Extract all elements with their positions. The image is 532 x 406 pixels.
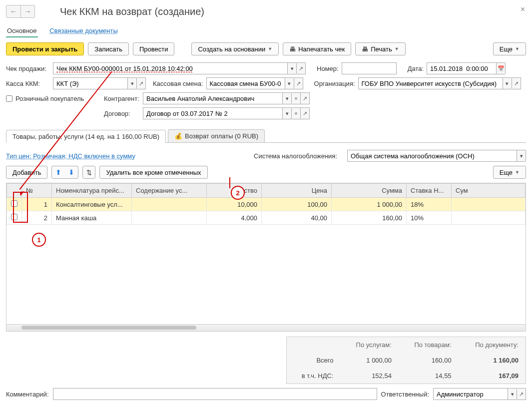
kassa-label: Касса ККМ: xyxy=(6,80,50,87)
annotation-callout-1: 1 xyxy=(32,233,46,247)
clear-icon[interactable]: × xyxy=(292,92,301,104)
nav-history[interactable]: ← → xyxy=(6,5,35,18)
horizontal-scrollbar[interactable] xyxy=(6,324,526,331)
close-icon[interactable]: × xyxy=(521,5,525,14)
calendar-icon[interactable]: 📅 xyxy=(497,62,506,74)
totals-header-services: По услугам: xyxy=(341,337,399,353)
responsible-label: Ответственный: xyxy=(381,391,429,398)
table-row[interactable]: 2 Манная каша 4,000 40,00 160,00 10% xyxy=(7,211,526,225)
dropdown-icon[interactable]: ▾ xyxy=(128,77,137,89)
sale-check-input[interactable] xyxy=(53,62,288,74)
retail-checkbox[interactable] xyxy=(6,95,12,102)
totals-box: По услугам: По товарам: По документу: Вс… xyxy=(286,337,526,384)
move-row-buttons: ⬆ ⬇ xyxy=(51,166,78,179)
printer-icon: 🖶 xyxy=(362,45,368,53)
create-based-on-button[interactable]: Создать на основании▼ xyxy=(191,42,279,55)
comment-input[interactable] xyxy=(53,388,377,400)
annotation-callout-2: 2 xyxy=(231,186,245,200)
cell-sum: 160,00 xyxy=(332,211,407,225)
print-check-button[interactable]: 🖶Напечатать чек xyxy=(283,42,351,55)
tax-system-input[interactable] xyxy=(347,150,517,162)
number-input[interactable] xyxy=(342,62,397,74)
open-icon[interactable]: ↗ xyxy=(512,77,521,89)
annotation-rect-1 xyxy=(13,192,28,223)
nav-forward-icon[interactable]: → xyxy=(20,5,34,17)
contract-input[interactable] xyxy=(143,107,283,119)
dropdown-icon[interactable]: ▾ xyxy=(285,77,294,89)
dropdown-icon[interactable]: ▾ xyxy=(517,150,526,162)
cell-price: 40,00 xyxy=(262,211,332,225)
open-icon[interactable]: ↗ xyxy=(301,107,310,119)
col-description[interactable]: Содержание ус... xyxy=(132,184,207,198)
totals-doc-total: 1 160,00 xyxy=(459,353,526,368)
sub-tab-refund[interactable]: 💰Возврат оплаты (0 RUB) xyxy=(168,129,265,142)
view-tabs: Основное Связанные документы xyxy=(0,21,532,37)
cell-vat: 18% xyxy=(407,198,452,211)
cell-sum: 1 000,00 xyxy=(332,198,407,211)
open-icon[interactable]: ↗ xyxy=(301,92,310,104)
post-and-close-button[interactable]: Провести и закрыть xyxy=(6,42,84,55)
tax-system-label: Система налогообложения: xyxy=(254,152,337,160)
annotation-arrow-2 xyxy=(229,177,230,188)
dropdown-icon[interactable]: ▾ xyxy=(288,62,297,74)
open-icon[interactable]: ↗ xyxy=(517,388,526,400)
sale-check-label: Чек продажи: xyxy=(6,65,50,72)
grid-toolbar: Добавить ⬆ ⬇ ⇅ Удалить все кроме отмечен… xyxy=(6,166,526,179)
dropdown-icon[interactable]: ▾ xyxy=(503,77,512,89)
table-row[interactable]: 1 Консалтинговые усл... 10,000 100,00 1 … xyxy=(7,198,526,211)
totals-goods-vat: 14,55 xyxy=(399,368,459,384)
delete-except-marked-button[interactable]: Удалить все кроме отмеченных xyxy=(99,166,207,179)
caret-down-icon: ▼ xyxy=(515,46,520,51)
col-sum-vat[interactable]: Сум xyxy=(452,184,526,198)
post-button[interactable]: Провести xyxy=(133,42,175,55)
move-up-icon[interactable]: ⬆ xyxy=(52,166,65,178)
totals-services-total: 1 000,00 xyxy=(341,353,399,368)
sub-tabs: Товары, работы, услуги (14 ед. на 1 160,… xyxy=(6,129,526,143)
totals-services-vat: 152,54 xyxy=(341,368,399,384)
dropdown-icon[interactable]: ▾ xyxy=(283,92,292,104)
sub-tab-goods[interactable]: Товары, работы, услуги (14 ед. на 1 160,… xyxy=(6,130,166,143)
contract-label: Договор: xyxy=(104,110,140,117)
col-nomenclature[interactable]: Номенклатура прейс... xyxy=(52,184,132,198)
cell-description xyxy=(132,198,207,211)
printer-icon: 🖶 xyxy=(289,45,296,53)
dropdown-icon[interactable]: ▾ xyxy=(283,107,292,119)
counterparty-label: Контрагент: xyxy=(104,95,140,102)
shift-label: Кассовая смена: xyxy=(153,80,203,87)
kassa-input[interactable] xyxy=(53,77,128,89)
caret-down-icon: ▼ xyxy=(515,170,520,175)
col-vat-rate[interactable]: Ставка Н... xyxy=(407,184,452,198)
responsible-input[interactable] xyxy=(433,388,508,400)
move-down-icon[interactable]: ⬇ xyxy=(65,166,78,178)
open-icon[interactable]: ↗ xyxy=(297,62,306,74)
totals-header-doc: По документу: xyxy=(459,337,526,353)
grid-more-button[interactable]: Еще▼ xyxy=(493,166,526,179)
org-input[interactable] xyxy=(358,77,503,89)
open-icon[interactable]: ↗ xyxy=(294,77,303,89)
add-row-button[interactable]: Добавить xyxy=(6,166,47,179)
save-button[interactable]: Записать xyxy=(88,42,129,55)
more-button[interactable]: Еще▼ xyxy=(493,42,526,55)
col-sum[interactable]: Сумма xyxy=(332,184,407,198)
shift-input[interactable] xyxy=(206,77,285,89)
col-price[interactable]: Цена xyxy=(262,184,332,198)
dropdown-icon[interactable]: ▾ xyxy=(508,388,517,400)
nav-back-icon[interactable]: ← xyxy=(6,5,20,17)
caret-down-icon: ▼ xyxy=(395,46,399,51)
open-icon[interactable]: ↗ xyxy=(137,77,146,89)
cell-nomenclature: Консалтинговые усл... xyxy=(52,198,132,211)
counterparty-input[interactable] xyxy=(143,92,283,104)
columns-settings-button[interactable]: ⇅ xyxy=(82,166,95,179)
org-label: Организация: xyxy=(314,80,355,87)
totals-row-total-label: Всего xyxy=(287,353,341,368)
print-button[interactable]: 🖶Печать▼ xyxy=(355,42,406,55)
totals-header-goods: По товарам: xyxy=(399,337,459,353)
date-input[interactable] xyxy=(427,62,497,74)
page-title: Чек ККМ на возврат (создание) xyxy=(60,6,204,17)
caret-down-icon: ▼ xyxy=(268,46,272,51)
price-type-link[interactable]: Тип цен: Розничная; НДС включен в сумму xyxy=(6,152,135,160)
retail-label: Розничный покупатель xyxy=(15,95,84,102)
tab-related[interactable]: Связанные документы xyxy=(48,25,119,36)
clear-icon[interactable]: × xyxy=(292,107,301,119)
tab-main[interactable]: Основное xyxy=(6,25,38,37)
